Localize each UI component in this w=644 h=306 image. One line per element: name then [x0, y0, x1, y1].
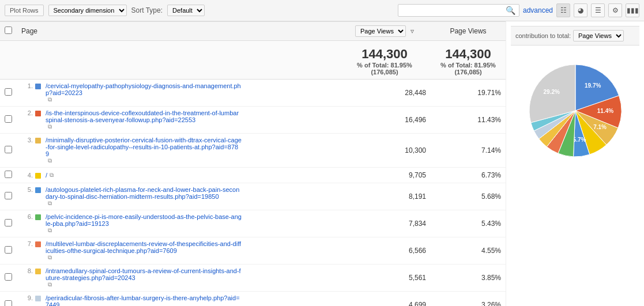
pie-chart-button[interactable]: ◕ [574, 3, 587, 17]
row-page-link[interactable]: /minimally-disruptive-posterior-cervical… [46, 137, 242, 157]
columns-button[interactable]: ▮▮▮ [626, 3, 639, 17]
toolbar-left: Plot Rows Secondary dimension Sort Type:… [5, 5, 393, 16]
external-link-icon[interactable]: ⧉ [48, 254, 52, 261]
row-checkbox[interactable] [5, 300, 12, 306]
settings-button[interactable]: ⚙ [608, 3, 622, 17]
secondary-dimension-select[interactable]: Secondary dimension [48, 5, 127, 16]
pie-label-0: 19.7% [585, 82, 601, 89]
totals-label-cell [17, 41, 338, 80]
chart-section: contribution to total: Page Views 19.7%1… [506, 21, 644, 306]
external-link-icon[interactable]: ⧉ [48, 227, 52, 234]
row-page-text: /minimally-disruptive-posterior-cervical… [46, 137, 242, 164]
row-page-text: /intramedullary-spinal-cord-tumours-a-re… [46, 267, 242, 288]
row-checkbox[interactable] [5, 88, 12, 96]
row-pv-value: 28,448 [338, 80, 431, 107]
row-number: 8. [21, 267, 33, 274]
row-page-cell: 7./multilevel-lumbar-discreplacements-re… [17, 237, 338, 265]
row-page-cell: 5./autologous-platelet-rich-plasma-for-n… [17, 183, 338, 210]
table-row: 9./periradicular-fibrosis-after-lumbar-s… [0, 292, 506, 307]
totals-pv2-cell: 144,300 % of Total: 81.95% (176,085) [431, 41, 506, 80]
row-page-text: /multilevel-lumbar-discreplacements-revi… [46, 240, 242, 261]
row-color-indicator [35, 269, 41, 274]
row-pv-value: 8,191 [338, 183, 431, 210]
contribution-select[interactable]: Page Views [573, 30, 624, 41]
external-link-icon[interactable]: ⧉ [48, 157, 52, 164]
table-row: 2./is-the-interspinous-device-coflexoutd… [0, 107, 506, 134]
row-pv-pct: 3.85% [431, 265, 506, 292]
row-page-text: /periradicular-fibrosis-after-lumbar-sur… [46, 294, 242, 306]
row-page-link[interactable]: /multilevel-lumbar-discreplacements-revi… [46, 240, 242, 254]
row-color-indicator [35, 84, 41, 89]
row-color-indicator [35, 296, 41, 301]
row-checkbox[interactable] [5, 146, 12, 153]
row-color-indicator [35, 173, 41, 179]
row-page-link[interactable]: /periradicular-fibrosis-after-lumbar-sur… [46, 294, 242, 306]
pv-select-row: Page Views ▿ [355, 25, 414, 37]
list-view-button[interactable]: ☰ [591, 3, 605, 17]
external-link-icon[interactable]: ⧉ [48, 200, 52, 207]
row-page-link[interactable]: / [46, 172, 47, 179]
row-page-link[interactable]: /cervical-myelopathy-pathophysiology-dia… [46, 82, 242, 96]
table-row: 7./multilevel-lumbar-discreplacements-re… [0, 237, 506, 265]
table-section: Page Page Views ▿ Pa [0, 21, 506, 306]
table-row: 4./⧉9,7056.73% [0, 168, 506, 183]
th-checkbox [0, 22, 17, 41]
row-pv-pct: 6.73% [431, 168, 506, 183]
pv-select-dropdown[interactable]: Page Views [355, 25, 406, 37]
sort-default-select[interactable]: Default [167, 5, 205, 16]
row-pv-pct: 3.26% [431, 292, 506, 307]
row-page-cell: 9./periradicular-fibrosis-after-lumbar-s… [17, 292, 338, 307]
search-icon-button[interactable]: 🔍 [504, 6, 517, 15]
page-column-label: Page [21, 27, 37, 35]
row-page-text: /is-the-interspinous-device-coflexoutdat… [46, 109, 242, 130]
advanced-link[interactable]: advanced [523, 6, 553, 14]
pv-header-1: Page Views ▿ [343, 25, 426, 37]
row-pv-pct: 5.68% [431, 183, 506, 210]
th-page: Page [17, 22, 338, 41]
grid-view-button[interactable]: ☷ [556, 3, 570, 17]
row-checkbox[interactable] [5, 219, 12, 226]
external-link-icon[interactable]: ⧉ [48, 123, 52, 130]
external-link-icon[interactable]: ⧉ [50, 172, 54, 179]
row-page-link[interactable]: /is-the-interspinous-device-coflexoutdat… [46, 109, 242, 123]
table-body: 1./cervical-myelopathy-pathophysiology-d… [0, 80, 506, 307]
row-number: 3. [21, 137, 33, 143]
select-all-checkbox[interactable] [5, 27, 12, 34]
row-page-link[interactable]: /intramedullary-spinal-cord-tumours-a-re… [46, 267, 242, 281]
row-pv-pct: 19.71% [431, 80, 506, 107]
row-color-indicator [35, 138, 41, 143]
totals-checkbox-cell [0, 41, 17, 80]
plot-rows-button[interactable]: Plot Rows [5, 5, 44, 16]
row-checkbox[interactable] [5, 115, 12, 123]
row-page-link[interactable]: /autologous-platelet-rich-plasma-for-nec… [46, 186, 242, 200]
row-checkbox-cell [0, 134, 17, 168]
table-row: 3./minimally-disruptive-posterior-cervic… [0, 134, 506, 168]
sort-arrow-icon: ▿ [410, 27, 414, 35]
row-page-link[interactable]: /pelvic-incidence-pi-is-more-easily-unde… [46, 213, 242, 227]
row-checkbox[interactable] [5, 273, 12, 281]
toolbar-right: 🔍 advanced ☷ ◕ ☰ ⚙ ▮▮▮ [398, 3, 639, 17]
row-color-indicator [35, 241, 41, 247]
row-checkbox-cell [0, 237, 17, 265]
search-box: 🔍 [398, 4, 519, 17]
row-page-cell: 6./pelvic-incidence-pi-is-more-easily-un… [17, 210, 338, 237]
pie-label-2: 7.1% [593, 124, 607, 130]
row-pv-pct: 7.14% [431, 134, 506, 168]
row-number: 2. [21, 109, 33, 116]
table-header-row: Page Page Views ▿ Pa [0, 22, 506, 41]
search-input[interactable] [401, 6, 504, 15]
pageviews-column-label: Page Views [450, 27, 486, 35]
table-row: 5./autologous-platelet-rich-plasma-for-n… [0, 183, 506, 210]
row-checkbox[interactable] [5, 171, 12, 178]
row-checkbox[interactable] [5, 192, 12, 199]
row-page-cell: 8./intramedullary-spinal-cord-tumours-a-… [17, 265, 338, 292]
external-link-icon[interactable]: ⧉ [48, 281, 52, 288]
row-pv-pct: 5.43% [431, 210, 506, 237]
row-number: 1. [21, 82, 33, 89]
row-checkbox[interactable] [5, 246, 12, 254]
row-number: 5. [21, 186, 33, 193]
row-pv-value: 9,705 [338, 168, 431, 183]
row-pv-value: 10,300 [338, 134, 431, 168]
row-page-cell: 3./minimally-disruptive-posterior-cervic… [17, 134, 338, 168]
external-link-icon[interactable]: ⧉ [48, 96, 52, 103]
